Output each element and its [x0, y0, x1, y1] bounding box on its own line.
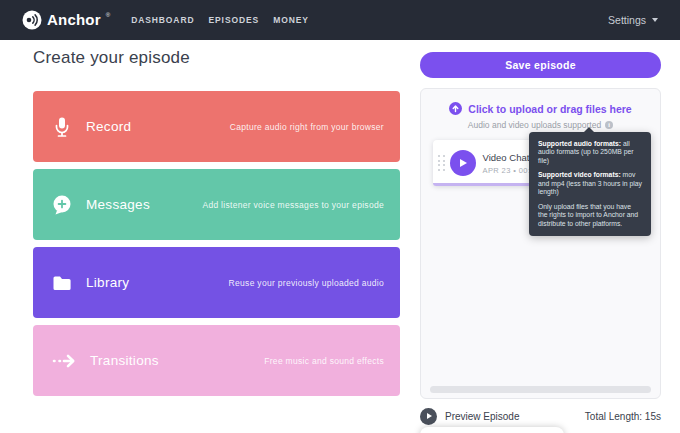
- transitions-card[interactable]: Transitions Free music and sound effects: [33, 325, 400, 396]
- tooltip-rights-note: Only upload files that you have the righ…: [538, 203, 642, 228]
- transitions-caption: Free music and sound effects: [264, 356, 384, 366]
- tooltip-video-formats: Supported video formats: mov and mp4 (le…: [538, 171, 642, 196]
- registered-mark: ®: [106, 12, 110, 18]
- tooltip-audio-formats: Supported audio formats: all audio forma…: [538, 140, 642, 165]
- record-label: Record: [86, 119, 131, 134]
- nav-episodes[interactable]: EPISODES: [208, 15, 259, 25]
- upload-link-label: Click to upload or drag files here: [468, 103, 631, 115]
- panel-scrollbar[interactable]: [430, 386, 651, 393]
- anchor-app: Anchor ® DASHBOARD EPISODES MONEY Settin…: [0, 0, 680, 433]
- record-card[interactable]: Record Capture audio right from your bro…: [33, 91, 400, 162]
- record-caption: Capture audio right from your browser: [230, 122, 384, 132]
- top-navbar: Anchor ® DASHBOARD EPISODES MONEY Settin…: [0, 0, 680, 40]
- anchor-logo[interactable]: Anchor ®: [22, 9, 110, 31]
- library-card[interactable]: Library Reuse your previously uploaded a…: [33, 247, 400, 318]
- preview-play-icon: [420, 408, 437, 425]
- play-icon: [460, 159, 467, 167]
- upload-icon: [449, 102, 462, 115]
- voice-message-icon: [51, 194, 73, 216]
- transitions-label: Transitions: [90, 353, 159, 368]
- nav-dashboard[interactable]: DASHBOARD: [131, 15, 194, 25]
- save-episode-button[interactable]: Save episode: [420, 52, 661, 78]
- primary-nav: DASHBOARD EPISODES MONEY: [131, 15, 309, 25]
- play-segment-button[interactable]: [450, 150, 476, 176]
- episode-builder: Save episode Click to upload or drag fil…: [420, 52, 661, 425]
- messages-label: Messages: [86, 197, 150, 212]
- messages-card[interactable]: Messages Add listener voice messages to …: [33, 169, 400, 240]
- upload-formats-tooltip: Supported audio formats: all audio forma…: [529, 132, 651, 236]
- upload-note-label: Audio and video uploads supported: [468, 120, 601, 130]
- episode-tools-section: Create your episode Record Capture audio…: [33, 48, 400, 403]
- bottom-toast-peek: [420, 427, 564, 433]
- transition-arrow-icon: [51, 352, 77, 370]
- settings-menu[interactable]: Settings: [608, 14, 658, 26]
- upload-note: Audio and video uploads supported: [421, 120, 660, 130]
- page-title: Create your episode: [33, 48, 400, 68]
- chevron-down-icon: [652, 18, 658, 22]
- microphone-icon: [51, 116, 73, 138]
- tooltip-caret: [584, 127, 594, 132]
- library-label: Library: [86, 275, 129, 290]
- anchor-logo-icon: [22, 10, 42, 30]
- library-caption: Reuse your previously uploaded audio: [229, 278, 384, 288]
- upload-dropzone[interactable]: Click to upload or drag files here: [421, 89, 660, 115]
- preview-episode-button[interactable]: Preview Episode: [420, 408, 519, 425]
- folder-icon: [51, 272, 73, 294]
- settings-label: Settings: [608, 14, 646, 26]
- episode-builder-panel: Click to upload or drag files here Audio…: [420, 88, 661, 399]
- total-length: Total Length: 15s: [585, 411, 661, 422]
- info-icon[interactable]: [605, 121, 613, 129]
- drag-handle-icon[interactable]: [438, 155, 445, 171]
- brand-name: Anchor: [47, 9, 101, 31]
- messages-caption: Add listener voice messages to your epis…: [202, 200, 384, 210]
- nav-money[interactable]: MONEY: [273, 15, 309, 25]
- episode-footer: Preview Episode Total Length: 15s: [420, 407, 661, 425]
- preview-episode-label: Preview Episode: [445, 411, 519, 422]
